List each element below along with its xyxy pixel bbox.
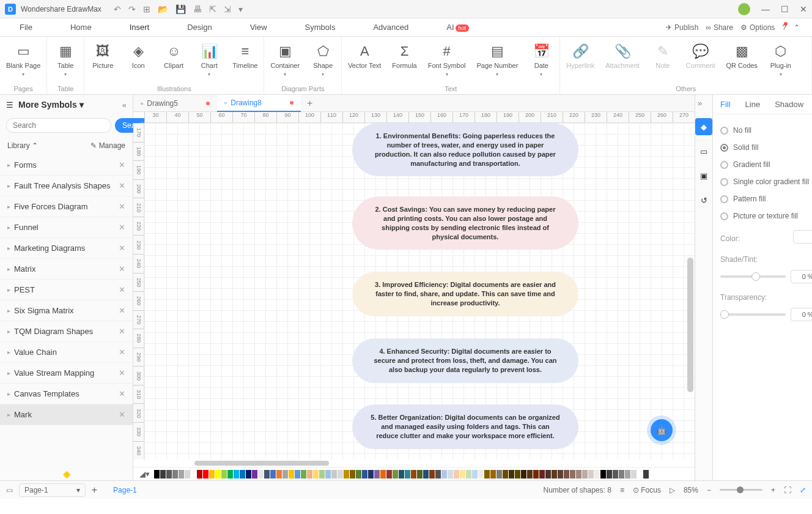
color-swatch[interactable] xyxy=(460,470,465,479)
zoom-out-icon[interactable]: − xyxy=(707,486,711,494)
color-swatch[interactable] xyxy=(172,470,178,479)
color-swatch[interactable] xyxy=(411,470,416,479)
library-item[interactable]: ▸Funnel✕ xyxy=(0,217,133,238)
picture-button[interactable]: 🖼Picture xyxy=(90,43,115,69)
color-swatch[interactable] xyxy=(374,470,380,479)
color-swatch[interactable] xyxy=(539,470,545,479)
color-swatch[interactable] xyxy=(203,470,209,479)
color-swatch[interactable] xyxy=(319,470,325,479)
radio-single-gradient[interactable]: Single color gradient fill xyxy=(720,173,812,190)
color-swatch[interactable] xyxy=(417,470,423,479)
print-icon[interactable]: 🖶 xyxy=(193,4,202,14)
remove-library-icon[interactable]: ✕ xyxy=(119,389,125,398)
color-swatch[interactable] xyxy=(307,470,312,479)
library-item[interactable]: ▸Marketing Diagrams✕ xyxy=(0,238,133,259)
redo-icon[interactable]: ↷ xyxy=(128,4,136,14)
remove-library-icon[interactable]: ✕ xyxy=(119,160,125,169)
blank-page-button[interactable]: ▭Blank Page▾ xyxy=(6,43,40,77)
open-icon[interactable]: 📂 xyxy=(158,4,168,14)
close-icon[interactable]: ✕ xyxy=(800,4,807,14)
canvas[interactable]: 1. Environmental Benefits: Going paperle… xyxy=(144,123,695,460)
color-swatch[interactable] xyxy=(613,470,618,479)
color-swatch[interactable] xyxy=(558,470,563,479)
color-swatch[interactable] xyxy=(270,470,276,479)
color-swatch[interactable] xyxy=(466,470,471,479)
pages-icon[interactable]: ▭ xyxy=(6,486,13,494)
share-button[interactable]: ∞ Share xyxy=(706,23,733,32)
library-item[interactable]: ▸Value Chain✕ xyxy=(0,342,133,363)
shape-4[interactable]: 4. Enhanced Security: Digital documents … xyxy=(352,338,578,383)
collapse-sidebar-icon[interactable]: « xyxy=(122,100,127,110)
play-icon[interactable]: ▷ xyxy=(670,486,675,494)
color-swatch[interactable] xyxy=(490,470,496,479)
color-swatch[interactable] xyxy=(405,470,410,479)
chart-button[interactable]: 📊Chart▾ xyxy=(197,43,221,77)
undo-icon[interactable]: ↶ xyxy=(114,4,121,14)
color-swatch[interactable] xyxy=(545,470,551,479)
plugin-button[interactable]: ⬡Plug-in▾ xyxy=(769,43,793,77)
remove-library-icon[interactable]: ✕ xyxy=(119,327,125,336)
focus-button[interactable]: ⊙ Focus xyxy=(633,486,661,494)
shape-button[interactable]: ⬠Shape▾ xyxy=(311,43,335,77)
remove-library-icon[interactable]: ✕ xyxy=(119,348,125,357)
clipart-button[interactable]: ☺Clipart xyxy=(161,43,186,69)
transparency-slider[interactable] xyxy=(720,313,786,316)
menu-insert[interactable]: Insert xyxy=(122,20,157,34)
radio-pattern-fill[interactable]: Pattern fill xyxy=(720,190,812,207)
library-item[interactable]: ▸TQM Diagram Shapes✕ xyxy=(0,321,133,342)
library-item[interactable]: ▸Canvas Templates✕ xyxy=(0,384,133,404)
color-swatch[interactable] xyxy=(503,470,508,479)
library-item[interactable]: ▸Mark✕ xyxy=(0,404,133,425)
color-swatch[interactable] xyxy=(240,470,245,479)
color-swatch[interactable] xyxy=(313,470,319,479)
timeline-button[interactable]: ≡Timeline xyxy=(232,43,257,69)
tab-shadow[interactable]: Shadow xyxy=(775,100,803,109)
color-swatch[interactable] xyxy=(380,470,386,479)
radio-gradient-fill[interactable]: Gradient fill xyxy=(720,156,812,173)
color-swatch[interactable] xyxy=(393,470,398,479)
user-avatar[interactable] xyxy=(738,3,750,15)
layers-status-icon[interactable]: ≡ xyxy=(620,486,624,494)
menu-symbols[interactable]: Symbols xyxy=(298,20,343,34)
history-rail-icon[interactable]: ↺ xyxy=(695,192,712,209)
color-swatch[interactable] xyxy=(209,470,215,479)
menu-view[interactable]: View xyxy=(243,20,275,34)
color-swatch[interactable] xyxy=(600,470,606,479)
date-button[interactable]: 📅Date▾ xyxy=(529,43,553,77)
color-swatch[interactable] xyxy=(576,470,581,479)
color-swatch[interactable] xyxy=(448,470,453,479)
color-swatch[interactable] xyxy=(331,470,337,479)
menu-design[interactable]: Design xyxy=(180,20,219,34)
color-swatch[interactable] xyxy=(154,470,160,479)
color-swatch[interactable] xyxy=(185,470,190,479)
shade-slider[interactable] xyxy=(720,275,786,278)
maximize-icon[interactable]: ☐ xyxy=(781,4,789,14)
zoom-slider[interactable] xyxy=(720,489,762,491)
color-swatch[interactable] xyxy=(637,470,643,479)
color-swatch[interactable] xyxy=(301,470,306,479)
tab-drawing5[interactable]: ▫ Drawing5 xyxy=(133,95,217,112)
publish-button[interactable]: ✈ Publish xyxy=(666,23,698,32)
tab-drawing8[interactable]: ▫ Drawing8 xyxy=(217,95,301,112)
color-swatch[interactable] xyxy=(631,470,637,479)
library-item[interactable]: ▸Value Stream Mapping✕ xyxy=(0,363,133,384)
color-swatch[interactable] xyxy=(472,470,478,479)
color-swatch[interactable] xyxy=(325,470,331,479)
color-swatch[interactable] xyxy=(496,470,502,479)
horizontal-scrollbar-track[interactable] xyxy=(133,460,695,467)
remove-library-icon[interactable]: ✕ xyxy=(119,306,125,315)
formula-button[interactable]: ΣFormula xyxy=(392,43,416,69)
library-item[interactable]: ▸Matrix✕ xyxy=(0,259,133,280)
library-item[interactable]: ▸Fault Tree Analysis Shapes✕ xyxy=(0,176,133,196)
container-button[interactable]: ▣Container▾ xyxy=(270,43,300,77)
color-swatch[interactable] xyxy=(160,470,166,479)
color-swatch[interactable] xyxy=(282,470,288,479)
color-swatch[interactable] xyxy=(582,470,588,479)
color-swatch[interactable] xyxy=(197,470,202,479)
fullscreen-icon[interactable]: ⤢ xyxy=(800,486,806,494)
color-swatch[interactable] xyxy=(356,470,361,479)
more-icon[interactable]: ▾ xyxy=(238,4,243,14)
color-swatch[interactable] xyxy=(344,470,349,479)
remove-library-icon[interactable]: ✕ xyxy=(119,264,125,274)
qr-codes-button[interactable]: ▩QR Codes xyxy=(726,43,758,69)
